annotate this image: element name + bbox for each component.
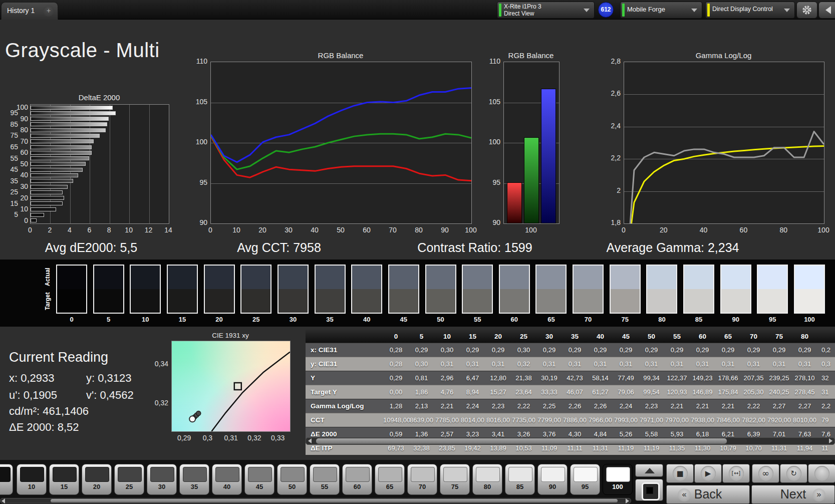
level-swatch xyxy=(150,467,174,482)
level-button-30[interactable]: 30 xyxy=(147,464,177,495)
swatch-actual xyxy=(279,266,308,289)
scroll-right-icon[interactable] xyxy=(626,498,629,503)
swatch-target xyxy=(647,289,676,313)
deltae-bar xyxy=(31,139,94,143)
axis-label: 110 xyxy=(480,57,500,65)
axis-label: 0 xyxy=(14,216,28,224)
level-button-75[interactable]: 75 xyxy=(440,464,470,495)
level-swatch xyxy=(20,467,44,482)
table-cell: 2,13 xyxy=(409,402,434,410)
level-button-label: 55 xyxy=(310,483,339,490)
level-strip-scrollbar[interactable] xyxy=(0,498,631,503)
level-button-15[interactable]: 15 xyxy=(49,464,79,495)
table-scrollbar-thumb[interactable] xyxy=(316,438,727,444)
swatch-target xyxy=(205,289,234,313)
swatch-level-label: 50 xyxy=(424,316,457,323)
level-button-45[interactable]: 45 xyxy=(244,464,274,495)
workflow-dropdown[interactable]: Mobile Forge xyxy=(620,2,702,19)
play-button[interactable]: ▶ xyxy=(694,464,722,483)
table-cell: 0,31 xyxy=(766,360,792,368)
table-cell: 239,25 xyxy=(766,374,792,382)
history-tab[interactable]: History 1 + xyxy=(1,2,58,20)
level-button-95[interactable]: 95 xyxy=(570,464,600,495)
table-cell: 2,26 xyxy=(562,402,588,410)
swatch-target xyxy=(352,289,381,313)
table-cell: 2,22 xyxy=(511,402,536,410)
next-button[interactable]: Next » xyxy=(751,485,835,504)
table-column-header: 75 xyxy=(766,333,792,340)
record-button[interactable] xyxy=(808,464,835,483)
axis-label: 0,34 xyxy=(147,360,168,368)
table-cell: 2,57 xyxy=(434,430,460,438)
level-button-55[interactable]: 55 xyxy=(310,464,340,495)
level-button-20[interactable]: 20 xyxy=(82,464,112,495)
reading-y: y: 0,3123 xyxy=(86,372,132,385)
table-cell: 146,89 xyxy=(690,388,715,396)
reading-x: x: 0,2933 xyxy=(9,372,55,385)
range-button[interactable]: [↔] xyxy=(722,464,750,483)
table-cell-clipped: 32 xyxy=(817,374,835,382)
meter-mode: Direct View xyxy=(504,10,534,17)
axis-label: 0 xyxy=(23,226,37,234)
level-button-65[interactable]: 65 xyxy=(375,464,405,495)
level-swatch xyxy=(313,467,337,482)
level-strip-scrollbar-thumb[interactable] xyxy=(51,499,618,502)
meter-dropdown[interactable]: X-Rite i1Pro 3 Direct View xyxy=(497,2,595,19)
scroll-up-button[interactable] xyxy=(635,464,663,477)
blue-balance-line xyxy=(211,88,471,162)
stop-button[interactable]: ■ xyxy=(666,464,694,483)
level-button-60[interactable]: 60 xyxy=(342,464,372,495)
level-button-50[interactable]: 50 xyxy=(277,464,307,495)
level-button-90[interactable]: 90 xyxy=(537,464,568,495)
axis-label: 2,4 xyxy=(601,122,621,130)
grayscale-swatch xyxy=(646,265,677,314)
back-button[interactable]: « Back xyxy=(666,485,750,504)
swatch-actual xyxy=(536,266,566,289)
infinity-button[interactable]: ∞ xyxy=(752,464,779,483)
level-button-70[interactable]: 70 xyxy=(407,464,437,495)
level-button-100[interactable]: 100 xyxy=(603,464,633,495)
level-button-label: 90 xyxy=(538,483,567,490)
chevron-down-icon[interactable] xyxy=(584,9,590,12)
back-label: Back xyxy=(667,487,749,501)
display-control-dropdown[interactable]: Direct Display Control xyxy=(705,2,795,19)
swatch-level-label: 100 xyxy=(793,316,826,323)
level-button-35[interactable]: 35 xyxy=(179,464,209,495)
level-button-label: 60 xyxy=(343,483,372,490)
level-button-10[interactable]: 10 xyxy=(17,464,47,495)
table-column-header: 65 xyxy=(715,333,741,340)
table-cell: 11,09 xyxy=(536,444,562,452)
gridline xyxy=(149,105,150,223)
level-button-85[interactable]: 85 xyxy=(505,464,535,495)
patch-position-button[interactable] xyxy=(635,479,663,501)
refresh-button[interactable]: ↻ xyxy=(780,464,807,483)
settings-button[interactable] xyxy=(796,2,817,19)
table-cell: 42,73 xyxy=(562,374,588,382)
level-button-label: 25 xyxy=(115,483,144,490)
level-button-5-clipped[interactable]: 5 xyxy=(0,464,13,495)
scroll-right-icon[interactable] xyxy=(829,438,832,443)
contrast-ratio-stat: Contrast Ratio: 1599 xyxy=(387,240,563,255)
table-cell: 58,14 xyxy=(588,374,613,382)
level-button-40[interactable]: 40 xyxy=(212,464,242,495)
red-balance-line xyxy=(211,136,471,181)
deltae-bar xyxy=(31,145,92,149)
chevron-down-icon[interactable] xyxy=(784,9,790,12)
axis-label: 80 xyxy=(775,226,791,234)
axis-label: 0,33 xyxy=(268,434,288,442)
measured-point-marker xyxy=(196,411,201,416)
collapse-panel-button[interactable] xyxy=(818,2,835,19)
scroll-left-icon[interactable] xyxy=(2,498,5,503)
level-button-25[interactable]: 25 xyxy=(114,464,144,495)
scroll-left-icon[interactable] xyxy=(308,438,312,443)
axis-label: 100 xyxy=(463,226,479,234)
grayscale-swatch xyxy=(573,265,604,314)
infinity-icon: ∞ xyxy=(758,466,773,481)
table-cell: 8010,00 xyxy=(792,416,817,424)
deltae-bar xyxy=(31,201,63,205)
table-scrollbar[interactable] xyxy=(306,437,835,445)
arrow-left-icon xyxy=(825,6,831,14)
add-tab-button[interactable]: + xyxy=(43,6,54,17)
level-button-80[interactable]: 80 xyxy=(472,464,502,495)
chevron-down-icon[interactable] xyxy=(691,9,697,12)
